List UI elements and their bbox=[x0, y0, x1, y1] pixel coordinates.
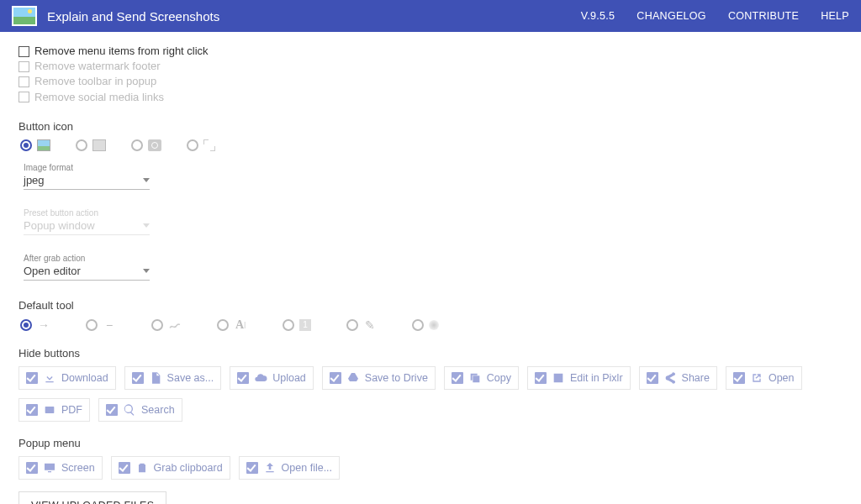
share-icon bbox=[663, 371, 677, 385]
tool-freehand-option[interactable] bbox=[151, 318, 182, 332]
hide-savedrive-chip[interactable]: Save to Drive bbox=[322, 366, 436, 390]
hide-copy-label: Copy bbox=[487, 372, 511, 384]
chevron-down-icon bbox=[143, 269, 150, 273]
radio-icon[interactable] bbox=[217, 319, 229, 331]
clipboard-icon bbox=[135, 461, 149, 475]
text-icon: A| bbox=[234, 318, 247, 332]
checked-checkbox-icon[interactable] bbox=[647, 372, 658, 384]
tool-arrow-option[interactable]: → bbox=[20, 318, 50, 332]
radio-icon[interactable] bbox=[86, 319, 98, 331]
image-format-select[interactable]: Image format jpeg bbox=[24, 163, 843, 190]
tool-number-option[interactable]: 1 bbox=[283, 319, 311, 331]
popup-grabclipboard-chip[interactable]: Grab clipboard bbox=[111, 456, 230, 480]
after-grab-select[interactable]: After grab action Open editor bbox=[24, 254, 843, 281]
radio-icon[interactable] bbox=[283, 319, 294, 331]
after-grab-caption: After grab action bbox=[24, 254, 843, 263]
button-icon-option-2[interactable] bbox=[76, 139, 106, 151]
tool-pencil-option[interactable]: ✎ bbox=[346, 318, 377, 332]
app-header: Explain and Send Screenshots V.9.5.5 CHA… bbox=[0, 0, 861, 32]
button-icon-option-3[interactable] bbox=[131, 139, 161, 151]
freehand-icon bbox=[168, 318, 182, 332]
after-grab-value: Open editor bbox=[24, 265, 81, 277]
checkbox-icon bbox=[18, 61, 29, 72]
blur-icon bbox=[429, 320, 439, 330]
hide-share-chip[interactable]: Share bbox=[639, 366, 717, 390]
download-icon bbox=[43, 371, 56, 385]
hide-search-label: Search bbox=[141, 404, 175, 416]
checked-checkbox-icon[interactable] bbox=[132, 372, 144, 384]
remove-menu-items-option[interactable]: Remove menu items from right click bbox=[18, 44, 843, 59]
hide-download-chip[interactable]: Download bbox=[18, 366, 116, 390]
chevron-down-icon bbox=[143, 178, 150, 182]
number-badge-icon: 1 bbox=[299, 319, 311, 331]
hide-pdf-chip[interactable]: PDF bbox=[18, 398, 90, 422]
hide-editpixlr-label: Edit in Pixlr bbox=[570, 372, 623, 384]
open-external-icon bbox=[750, 371, 763, 385]
app-logo-icon bbox=[12, 6, 37, 26]
hide-open-chip[interactable]: Open bbox=[726, 366, 802, 390]
preset-action-select: Preset button action Popup window bbox=[24, 208, 843, 235]
checked-checkbox-icon[interactable] bbox=[733, 372, 745, 384]
checked-checkbox-icon[interactable] bbox=[237, 372, 249, 384]
button-icon-section-label: Button icon bbox=[18, 120, 843, 133]
hide-editpixlr-chip[interactable]: Edit in Pixlr bbox=[527, 366, 631, 390]
file-icon bbox=[149, 371, 162, 385]
radio-icon[interactable] bbox=[151, 319, 163, 331]
default-tool-radio-group: → − A| 1 ✎ bbox=[20, 318, 843, 332]
radio-icon[interactable] bbox=[346, 319, 358, 331]
radio-icon[interactable] bbox=[76, 139, 87, 151]
camera-icon bbox=[148, 139, 161, 151]
help-link[interactable]: HELP bbox=[821, 10, 849, 22]
remove-watermark-label: Remove watermark footer bbox=[34, 59, 161, 74]
popup-openfile-chip[interactable]: Open file... bbox=[239, 456, 340, 480]
hide-upload-chip[interactable]: Upload bbox=[230, 366, 314, 390]
popup-screen-label: Screen bbox=[61, 462, 95, 474]
checked-checkbox-icon[interactable] bbox=[119, 462, 130, 474]
default-tool-section-label: Default tool bbox=[18, 299, 843, 312]
image-format-value: jpeg bbox=[24, 174, 45, 186]
preset-action-value: Popup window bbox=[24, 219, 95, 232]
preset-action-caption: Preset button action bbox=[24, 208, 843, 218]
radio-icon[interactable] bbox=[20, 319, 32, 331]
chevron-down-icon bbox=[143, 223, 150, 228]
remove-toolbar-option: Remove toolbar in popup bbox=[18, 74, 843, 89]
hide-buttons-section-label: Hide buttons bbox=[18, 347, 843, 360]
checked-checkbox-icon[interactable] bbox=[330, 372, 341, 384]
checked-checkbox-icon[interactable] bbox=[535, 372, 547, 384]
checked-checkbox-icon[interactable] bbox=[452, 372, 463, 384]
checked-checkbox-icon[interactable] bbox=[26, 404, 38, 416]
hide-download-label: Download bbox=[61, 372, 108, 384]
search-icon bbox=[123, 403, 136, 417]
button-icon-option-1[interactable] bbox=[20, 139, 50, 151]
tool-text-option[interactable]: A| bbox=[217, 318, 247, 332]
contribute-link[interactable]: CONTRIBUTE bbox=[728, 10, 799, 22]
radio-icon[interactable] bbox=[412, 319, 424, 331]
popup-grabclipboard-label: Grab clipboard bbox=[154, 462, 223, 474]
radio-icon[interactable] bbox=[187, 139, 198, 151]
radio-icon[interactable] bbox=[131, 139, 143, 151]
checked-checkbox-icon[interactable] bbox=[26, 462, 38, 474]
hide-open-label: Open bbox=[769, 372, 795, 384]
hide-pdf-label: PDF bbox=[61, 404, 82, 416]
remove-toolbar-label: Remove toolbar in popup bbox=[34, 74, 156, 89]
tool-blur-option[interactable] bbox=[412, 319, 439, 331]
hide-copy-chip[interactable]: Copy bbox=[444, 366, 519, 390]
hide-upload-label: Upload bbox=[272, 372, 306, 384]
upload-icon bbox=[263, 461, 277, 475]
hide-saveas-chip[interactable]: Save as... bbox=[124, 366, 222, 390]
button-icon-option-4[interactable] bbox=[187, 139, 215, 151]
view-uploaded-files-button[interactable]: VIEW UPLOADED FILES bbox=[18, 491, 166, 504]
checked-checkbox-icon[interactable] bbox=[26, 372, 38, 384]
changelog-link[interactable]: CHANGELOG bbox=[637, 10, 706, 22]
header-nav: V.9.5.5 CHANGELOG CONTRIBUTE HELP bbox=[581, 10, 849, 22]
hide-search-chip[interactable]: Search bbox=[98, 398, 182, 422]
checked-checkbox-icon[interactable] bbox=[246, 462, 258, 474]
image-icon bbox=[552, 371, 565, 385]
checkbox-icon[interactable] bbox=[18, 46, 29, 57]
pencil-icon: ✎ bbox=[363, 318, 377, 332]
hide-saveas-label: Save as... bbox=[167, 372, 214, 384]
tool-line-option[interactable]: − bbox=[86, 318, 116, 332]
radio-icon[interactable] bbox=[20, 139, 32, 151]
checked-checkbox-icon[interactable] bbox=[106, 404, 118, 416]
popup-screen-chip[interactable]: Screen bbox=[18, 456, 103, 480]
